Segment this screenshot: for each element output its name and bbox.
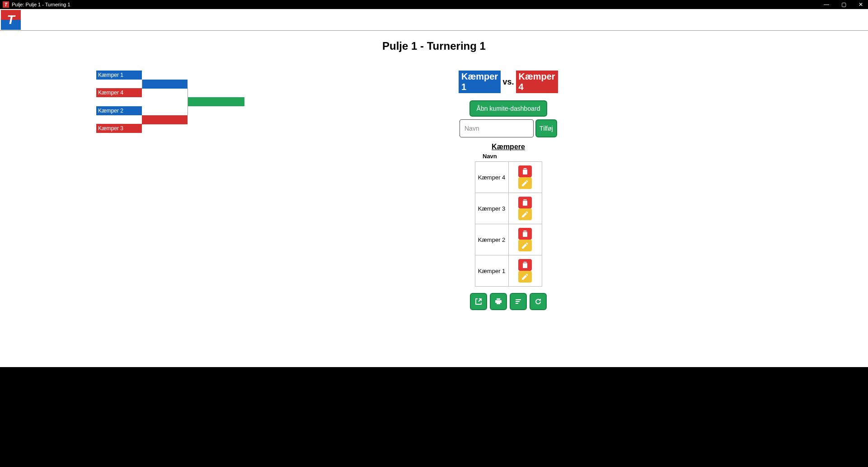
edit-fighter-button[interactable] (518, 271, 532, 283)
bracket-slot-r2-2[interactable] (142, 115, 188, 124)
page-title: Pulje 1 - Turnering 1 (0, 40, 868, 52)
fighter-name-cell: Kæmper 2 (475, 224, 508, 255)
app-toolbar (0, 9, 868, 31)
svg-rect-2 (516, 303, 518, 304)
open-dashboard-button[interactable]: Åbn kumite-dashboard (469, 100, 548, 117)
trash-icon (522, 231, 528, 237)
close-button[interactable]: ✕ (856, 1, 865, 8)
sort-button[interactable] (510, 293, 527, 310)
bracket-slot-r1-2[interactable]: Kæmper 4 (96, 88, 142, 97)
red-fighter-badge: Kæmper 4 (516, 71, 558, 93)
open-external-icon (475, 298, 482, 305)
delete-fighter-button[interactable] (518, 228, 532, 240)
pencil-icon (522, 274, 528, 280)
fighter-name-input[interactable] (460, 119, 534, 137)
match-vs-row: Kæmper 1 vs. Kæmper 4 (459, 71, 558, 93)
open-external-button[interactable] (470, 293, 487, 310)
minimize-button[interactable]: — (822, 1, 831, 8)
bracket-slot-final[interactable] (188, 97, 244, 106)
sort-icon (515, 298, 522, 305)
svg-rect-0 (516, 299, 521, 300)
name-column-header: Navn (474, 153, 542, 160)
bracket-slot-r1-1[interactable]: Kæmper 1 (96, 71, 142, 80)
bracket-slot-r1-4[interactable]: Kæmper 3 (96, 124, 142, 133)
add-fighter-button[interactable]: Tilføj (535, 119, 557, 137)
print-icon (495, 298, 502, 305)
sidebar: Kæmper 1 vs. Kæmper 4 Åbn kumite-dashboa… (459, 71, 558, 370)
app-icon-small: T (3, 1, 9, 8)
edit-fighter-button[interactable] (518, 240, 532, 251)
table-row: Kæmper 4 (475, 162, 542, 193)
table-row: Kæmper 1 (475, 255, 542, 287)
titlebar: T Pulje: Pulje 1 - Turnering 1 — ▢ ✕ (0, 0, 868, 9)
blue-fighter-badge: Kæmper 1 (459, 71, 501, 93)
fighter-name-cell: Kæmper 3 (475, 193, 508, 224)
fighters-heading: Kæmpere (492, 143, 525, 151)
print-button[interactable] (490, 293, 507, 310)
app-logo[interactable] (1, 10, 21, 30)
bracket-area: Kæmper 1 Kæmper 4 Kæmper 2 Kæmper 3 (0, 71, 459, 370)
vs-label: vs. (502, 77, 514, 87)
trash-icon (522, 168, 528, 175)
pencil-icon (522, 180, 528, 186)
edit-fighter-button[interactable] (518, 177, 532, 189)
table-row: Kæmper 2 (475, 224, 542, 255)
window-title: Pulje: Pulje 1 - Turnering 1 (12, 2, 70, 7)
bracket-connector (142, 80, 142, 88)
refresh-icon (535, 298, 542, 305)
edit-fighter-button[interactable] (518, 208, 532, 220)
trash-icon (522, 199, 528, 206)
svg-rect-1 (516, 301, 520, 302)
app-window: Pulje 1 - Turnering 1 Kæmper 1 Kæmper 4 … (0, 9, 868, 367)
fighter-name-cell: Kæmper 1 (475, 255, 508, 287)
fighters-table: Kæmper 4 Kæmper 3 (475, 161, 542, 287)
delete-fighter-button[interactable] (518, 197, 532, 208)
fighter-name-cell: Kæmper 4 (475, 162, 508, 193)
trash-icon (522, 262, 528, 268)
bracket-slot-r1-3[interactable]: Kæmper 2 (96, 106, 142, 115)
delete-fighter-button[interactable] (518, 165, 532, 177)
bracket-slot-r2-1[interactable] (142, 80, 188, 89)
table-row: Kæmper 3 (475, 193, 542, 224)
refresh-button[interactable] (530, 293, 547, 310)
maximize-button[interactable]: ▢ (839, 1, 848, 8)
delete-fighter-button[interactable] (518, 259, 532, 271)
bottom-actions (470, 293, 547, 310)
pencil-icon (522, 211, 528, 217)
pencil-icon (522, 242, 528, 249)
bracket-connector (188, 89, 188, 115)
